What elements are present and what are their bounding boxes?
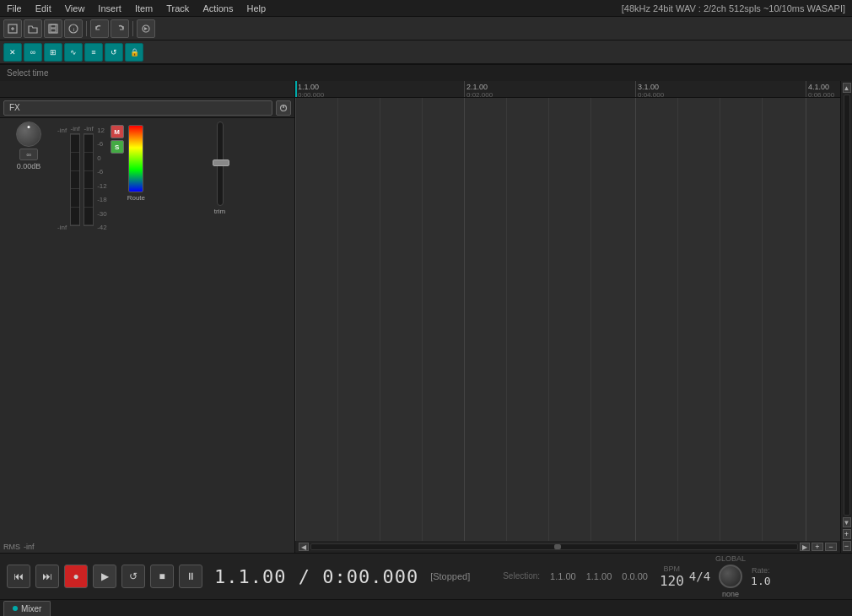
x-mode-button[interactable]: ✕	[3, 43, 22, 62]
sel-len: 0.0.00	[622, 571, 648, 581]
menu-view[interactable]: View	[58, 2, 92, 15]
v-zoom-out-button[interactable]: −	[843, 541, 851, 551]
scroll-down-button[interactable]: ▼	[843, 517, 851, 527]
go-start-button[interactable]: ⏮	[7, 565, 30, 588]
menu-track[interactable]: Track	[159, 2, 196, 15]
main-layout: FX ∞ 0.00dB -inf -inf	[0, 81, 852, 553]
scroll-right-button[interactable]: ▶	[800, 543, 810, 551]
record-button[interactable]: ●	[64, 565, 88, 588]
sel-start: 1.1.00	[550, 571, 576, 581]
volume-fader[interactable]	[217, 122, 224, 206]
grid-line	[590, 98, 591, 541]
rms-row: RMS -inf	[0, 541, 294, 553]
timeline-header: 1.1.00 0:00.000 2.1.00 0:02.000 3.1.00 0…	[295, 81, 840, 98]
pause-button[interactable]: ⏸	[179, 565, 202, 588]
status-text: Select time	[7, 68, 48, 78]
grid-line	[548, 98, 549, 541]
timeline-line-2	[464, 81, 465, 98]
mixer-tab-indicator	[13, 606, 18, 611]
render-button[interactable]	[137, 19, 155, 38]
time-display: 1.1.00 / 0:00.000	[214, 566, 418, 587]
mute-solo-col: M S	[111, 125, 124, 538]
time-sig-value[interactable]: 4/4	[689, 570, 710, 583]
grid-mode-button[interactable]: ⊞	[44, 43, 62, 62]
fader-section: trim	[148, 122, 291, 538]
track-label-area	[0, 81, 294, 98]
lock-mode-button[interactable]: 🔒	[125, 43, 143, 62]
play-button[interactable]: ▶	[93, 565, 116, 588]
zoom-in-button[interactable]: +	[812, 543, 823, 551]
menu-edit[interactable]: Edit	[29, 2, 58, 15]
h-scrollbar: ◀ ▶ + −	[295, 541, 840, 553]
envelope-mode-button[interactable]: ∿	[64, 43, 83, 62]
fader-thumb[interactable]	[213, 159, 229, 166]
global-knob[interactable]	[719, 565, 742, 588]
menu-actions[interactable]: Actions	[196, 2, 240, 15]
zoom-out-button[interactable]: −	[825, 543, 837, 551]
transport-bar: ⏮ ⏭ ● ▶ ↺ ■ ⏸ 1.1.00 / 0:00.000 [Stopped…	[0, 553, 852, 599]
grid-line	[677, 98, 678, 541]
global-label: GLOBAL	[715, 554, 746, 563]
rms-label: RMS	[3, 543, 20, 551]
save-button[interactable]	[44, 19, 62, 38]
scroll-up-button[interactable]: ▲	[843, 83, 851, 93]
stop-button[interactable]: ■	[150, 565, 174, 588]
menu-file[interactable]: File	[0, 2, 29, 15]
redo-button[interactable]	[111, 19, 129, 38]
color-strip[interactable]	[128, 125, 143, 192]
loop-mode-button[interactable]: ↺	[105, 43, 123, 62]
h-scroll-thumb[interactable]	[554, 544, 561, 549]
solo-button[interactable]: S	[111, 140, 124, 154]
vu-scale-right: 12 -6 0 -6 -12 -18 -30 -42	[97, 122, 107, 231]
menu-insert[interactable]: Insert	[91, 2, 128, 15]
bpm-value[interactable]: 120	[660, 573, 684, 589]
pan-knob[interactable]	[16, 122, 41, 147]
grid-line	[762, 98, 763, 541]
fx-label: FX	[3, 100, 272, 116]
arrange-grid-wrap: 1.1.00 0:00.000 2.1.00 0:02.000 3.1.00 0…	[295, 81, 840, 553]
grid-line	[506, 98, 507, 541]
left-vu-meter	[70, 133, 80, 226]
open-button[interactable]	[24, 19, 42, 38]
repeat-button[interactable]: ↺	[121, 565, 145, 588]
go-end-button[interactable]: ⏭	[35, 565, 59, 588]
mixer-tab[interactable]: Mixer	[3, 601, 51, 616]
link-mode-button[interactable]: ∞	[24, 43, 42, 62]
menu-item[interactable]: Item	[128, 2, 159, 15]
playhead	[295, 81, 297, 97]
v-zoom-in-button[interactable]: +	[843, 529, 851, 539]
right-vu-meter-wrap: -inf	[84, 125, 94, 538]
route-label[interactable]: Route	[127, 194, 145, 202]
db-label: 0.00dB	[17, 162, 41, 170]
global-name: none	[722, 590, 739, 598]
mixer-tab-bar: Mixer	[0, 599, 852, 616]
lines-mode-button[interactable]: ≡	[84, 43, 103, 62]
vu-scale-left: -inf -inf	[57, 122, 67, 231]
info-button[interactable]: i	[64, 19, 83, 38]
bpm-section: BPM 120	[660, 565, 684, 589]
rms-value: -inf	[24, 543, 35, 551]
rate-value[interactable]: 1.0	[751, 575, 770, 587]
h-scroll-track[interactable]	[310, 543, 798, 550]
new-button[interactable]	[3, 19, 22, 38]
link-button[interactable]: ∞	[19, 149, 38, 160]
fx-power-button[interactable]	[276, 100, 291, 116]
v-scroll-track[interactable]	[844, 95, 850, 516]
track-panel: FX ∞ 0.00dB -inf -inf	[0, 81, 295, 553]
timeline-line-4	[806, 81, 806, 98]
selection-display: Selection: 1.1.00 1.1.00 0.0.00	[503, 571, 648, 581]
grid-line	[422, 98, 423, 541]
timeline-marker-4: 4.1.00 0:06.000	[808, 83, 834, 98]
bpm-label: BPM	[664, 565, 681, 573]
scroll-left-button[interactable]: ◀	[299, 543, 309, 551]
knob-dot	[28, 126, 30, 128]
status-line: Select time	[0, 64, 852, 81]
timeline-marker-2: 2.1.00 0:02.000	[466, 83, 493, 98]
arrange-right: 1.1.00 0:00.000 2.1.00 0:02.000 3.1.00 0…	[295, 81, 852, 553]
arrange-grid[interactable]	[295, 98, 840, 541]
undo-button[interactable]	[90, 19, 109, 38]
grid-line	[720, 98, 720, 541]
mute-button[interactable]: M	[111, 125, 124, 138]
menu-help[interactable]: Help	[240, 2, 272, 15]
time-sig-section: 4/4	[689, 570, 710, 583]
